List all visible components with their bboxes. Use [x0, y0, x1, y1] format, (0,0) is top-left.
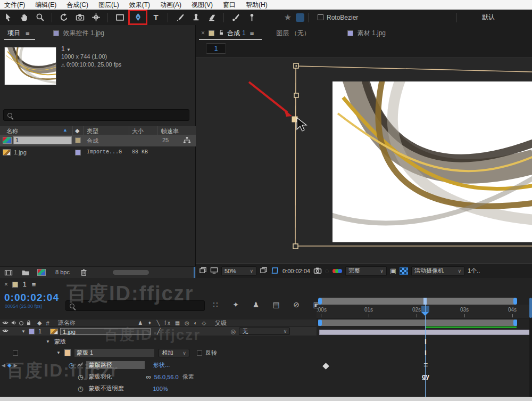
camera-tool-icon[interactable] — [72, 10, 88, 24]
tab-effect-controls[interactable]: 效果控件 1.jpg — [63, 29, 104, 38]
table-row-footage[interactable]: 1.jpg Importe...G 88 KB — [0, 148, 196, 158]
unlock-icon[interactable] — [218, 29, 225, 37]
close-tab-icon[interactable]: × — [201, 29, 205, 37]
parent-dropdown[interactable]: 无∨ — [239, 328, 290, 335]
pan-behind-tool-icon[interactable] — [88, 10, 104, 24]
label-color-swatch[interactable] — [75, 150, 81, 156]
playhead-pointer[interactable] — [421, 312, 429, 316]
panel-menu-icon[interactable]: ≡ — [32, 281, 36, 288]
mask-feather-row[interactable]: ◷ 蒙版羽化 ∞ 56.0,56.0 像素 — [0, 372, 317, 382]
parent-column[interactable]: 父级 — [215, 319, 227, 327]
quality-switch-icon[interactable]: ╱ — [157, 328, 161, 335]
magnification-dropdown[interactable]: 50%∨ — [221, 266, 256, 276]
parent-pickwhip-icon[interactable]: ◎ — [231, 328, 236, 335]
menu-edit[interactable]: 编辑(E) — [35, 1, 56, 10]
snapshot-camera-icon[interactable] — [313, 266, 322, 276]
work-area-start-handle[interactable] — [318, 320, 322, 326]
tab-timeline-comp[interactable]: 1 — [23, 281, 27, 288]
menu-composition[interactable]: 合成(C) — [66, 1, 88, 10]
mask-opacity-value[interactable]: 100% — [153, 386, 168, 392]
stopwatch-icon[interactable]: ◷ — [78, 385, 83, 392]
type-tool-icon[interactable]: T — [148, 10, 164, 24]
transparency-grid-icon[interactable] — [400, 267, 408, 275]
expand-triangle-icon[interactable]: ▼ — [21, 329, 26, 334]
rotobezier-checkbox[interactable] — [318, 14, 323, 20]
workspace-selector[interactable]: 默认 — [482, 13, 495, 22]
mask-invert-checkbox[interactable] — [197, 350, 202, 356]
region-of-interest-icon[interactable] — [271, 266, 279, 276]
column-name[interactable]: 名称 — [6, 127, 18, 135]
layer-label-swatch[interactable] — [29, 329, 35, 334]
expand-triangle-icon[interactable]: ▼ — [46, 339, 50, 344]
roto-brush-tool-icon[interactable] — [228, 10, 244, 24]
interpret-footage-icon[interactable] — [4, 268, 13, 279]
stopwatch-icon[interactable]: ◷ — [69, 362, 74, 369]
view-layout-dropdown[interactable]: 1个.. — [468, 267, 480, 275]
property-graph-icon[interactable] — [77, 361, 84, 369]
pen-tool-icon[interactable] — [130, 10, 146, 24]
resolution-dropdown[interactable]: 完整∨ — [345, 266, 387, 276]
label-color-swatch[interactable] — [75, 137, 81, 143]
draft-3d-icon[interactable]: ✦ — [228, 300, 244, 309]
tab-footage[interactable]: 素材 1.jpg — [358, 29, 386, 38]
mask-path-label[interactable]: 蒙版路径 — [86, 361, 145, 369]
timeline-search-input[interactable] — [77, 302, 204, 309]
star-icon[interactable]: ★ — [280, 10, 296, 24]
column-type[interactable]: 类型 — [87, 127, 98, 135]
grid-guides-icon[interactable] — [260, 266, 268, 275]
keyframe-diamond[interactable] — [322, 363, 329, 370]
panel-menu-icon[interactable]: ≡ — [250, 30, 254, 37]
project-search-input[interactable] — [14, 111, 189, 119]
trash-icon[interactable] — [80, 268, 88, 279]
label-column-icon[interactable]: ◆ — [75, 127, 79, 134]
stopwatch-icon[interactable]: ◷ — [78, 373, 83, 381]
sort-ascending-icon[interactable]: ▲ — [63, 127, 68, 133]
layer-source-name[interactable]: 1.jpg — [60, 328, 151, 335]
menu-file[interactable]: 文件(F) — [4, 1, 25, 10]
work-area-end-handle[interactable] — [513, 320, 517, 326]
new-composition-icon[interactable] — [37, 269, 46, 276]
composition-name-edit[interactable]: 1 — [13, 136, 72, 144]
hand-tool-icon[interactable] — [16, 10, 32, 24]
close-tab-icon[interactable]: × — [4, 281, 8, 288]
menu-help[interactable]: 帮助(H) — [246, 1, 268, 10]
playhead-head[interactable] — [421, 306, 429, 312]
mask-feather-icon[interactable] — [296, 13, 304, 22]
menu-view[interactable]: 视图(V) — [192, 1, 213, 10]
motion-blur-icon[interactable]: ⊘ — [288, 300, 304, 309]
mini-flowchart-icon[interactable]: ∷ — [207, 300, 223, 309]
selection-tool-icon[interactable] — [0, 10, 16, 24]
comp-navigator-button[interactable]: 1 — [206, 43, 226, 54]
rectangle-tool-icon[interactable] — [112, 10, 128, 24]
frame-blend-icon[interactable]: ▤ — [268, 300, 284, 309]
vertical-scrollbar-thumb[interactable] — [529, 298, 532, 318]
menu-layer[interactable]: 图层(L) — [98, 1, 119, 10]
column-framerate[interactable]: 帧速率 — [161, 127, 179, 135]
target-region-icon[interactable]: ▣ — [390, 267, 396, 275]
prev-keyframe-icon[interactable]: ◀ — [2, 363, 5, 368]
clone-stamp-tool-icon[interactable] — [188, 10, 204, 24]
current-time-display[interactable]: 0:00:02:04 — [4, 292, 59, 304]
active-camera-dropdown[interactable]: 活动摄像机∨ — [411, 266, 464, 276]
brush-tool-icon[interactable] — [172, 10, 188, 24]
show-snapshot-icon[interactable]: ◌ — [325, 267, 329, 275]
work-area-bar[interactable] — [318, 320, 517, 326]
mask-path-row[interactable]: ◀ ◆ ▶ ◷ 蒙版路径 形状... — [0, 360, 317, 370]
mask-path-value[interactable]: 形状... — [153, 361, 170, 369]
menu-effect[interactable]: 效果(T) — [129, 1, 150, 10]
channel-rgb-icon[interactable] — [332, 269, 342, 273]
keyframe-at-time-icon[interactable]: ◆ — [7, 362, 12, 368]
mask-vertex-handle[interactable] — [293, 244, 298, 249]
navigator-start-handle[interactable] — [318, 298, 322, 305]
zoom-tool-icon[interactable] — [32, 10, 48, 24]
layer-row[interactable]: ▼ 1 1.jpg ╱ ◎ 无∨ — [0, 327, 317, 336]
mask-vertex-handle[interactable] — [294, 93, 298, 97]
time-navigator-bar[interactable] — [318, 298, 517, 305]
comp-timecode[interactable]: 0:00:02:04 — [282, 268, 310, 274]
eye-icon[interactable] — [2, 328, 9, 335]
mask-vertex-handle[interactable] — [294, 63, 298, 68]
composition-viewer[interactable] — [196, 58, 532, 263]
tab-layer[interactable]: 图层 （无） — [276, 29, 310, 38]
column-size[interactable]: 大小 — [132, 127, 144, 135]
horizontal-scrollbar-thumb[interactable] — [113, 270, 149, 275]
